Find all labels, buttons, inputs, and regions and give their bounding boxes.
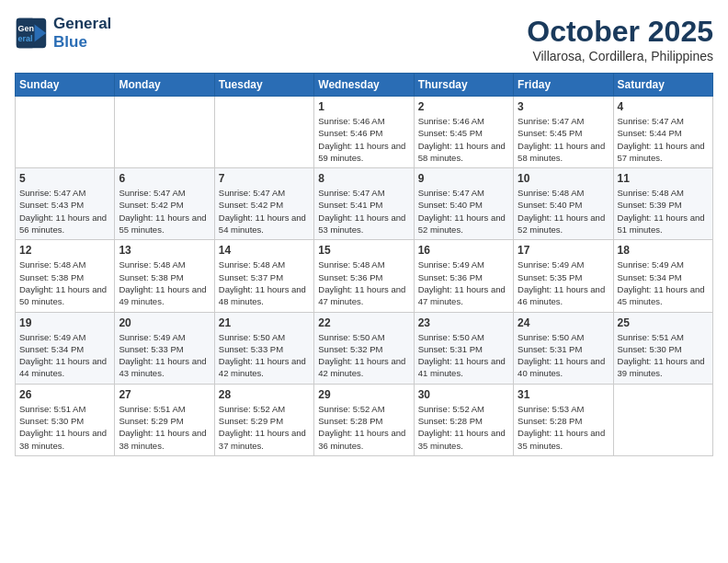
calendar-cell: 19Sunrise: 5:49 AMSunset: 5:34 PMDayligh… (16, 312, 115, 384)
day-info: Sunrise: 5:50 AMSunset: 5:33 PMDaylight:… (219, 331, 310, 380)
calendar-week-row: 12Sunrise: 5:48 AMSunset: 5:38 PMDayligh… (16, 240, 713, 312)
logo: Gen eral General Blue (15, 15, 111, 51)
day-number: 4 (618, 100, 709, 113)
day-number: 5 (19, 172, 110, 185)
day-number: 27 (119, 388, 210, 401)
day-number: 26 (19, 388, 110, 401)
calendar-cell: 23Sunrise: 5:50 AMSunset: 5:31 PMDayligh… (414, 312, 513, 384)
svg-text:Gen: Gen (18, 24, 35, 33)
day-number: 29 (318, 388, 409, 401)
day-info: Sunrise: 5:48 AMSunset: 5:37 PMDaylight:… (219, 259, 310, 307)
day-number: 14 (219, 244, 310, 257)
calendar-cell: 6Sunrise: 5:47 AMSunset: 5:42 PMDaylight… (115, 168, 214, 240)
day-info: Sunrise: 5:47 AMSunset: 5:45 PMDaylight:… (518, 115, 609, 164)
day-number: 28 (219, 388, 310, 401)
calendar-cell: 8Sunrise: 5:47 AMSunset: 5:41 PMDaylight… (314, 168, 414, 240)
calendar-cell: 9Sunrise: 5:47 AMSunset: 5:40 PMDaylight… (414, 168, 513, 240)
location-subtitle: Villarosa, Cordillera, Philippines (527, 49, 713, 63)
svg-text:eral: eral (18, 34, 33, 43)
day-info: Sunrise: 5:50 AMSunset: 5:31 PMDaylight:… (518, 331, 609, 380)
calendar-cell (115, 97, 214, 168)
day-number: 17 (518, 244, 609, 257)
day-info: Sunrise: 5:52 AMSunset: 5:28 PMDaylight:… (318, 403, 409, 452)
calendar-cell: 12Sunrise: 5:48 AMSunset: 5:38 PMDayligh… (16, 240, 115, 312)
day-number: 25 (618, 316, 709, 329)
day-number: 10 (518, 172, 609, 185)
calendar-cell: 10Sunrise: 5:48 AMSunset: 5:40 PMDayligh… (514, 168, 613, 240)
day-info: Sunrise: 5:49 AMSunset: 5:33 PMDaylight:… (119, 331, 210, 380)
calendar-cell: 29Sunrise: 5:52 AMSunset: 5:28 PMDayligh… (314, 384, 414, 455)
day-number: 21 (219, 316, 310, 329)
day-info: Sunrise: 5:48 AMSunset: 5:38 PMDaylight:… (119, 259, 210, 307)
month-title: October 2025 (527, 15, 713, 49)
calendar-header-row: SundayMondayTuesdayWednesdayThursdayFrid… (16, 74, 713, 97)
day-number: 19 (19, 316, 110, 329)
day-number: 2 (418, 100, 509, 113)
day-info: Sunrise: 5:48 AMSunset: 5:39 PMDaylight:… (618, 187, 709, 236)
day-number: 30 (418, 388, 509, 401)
calendar-week-row: 26Sunrise: 5:51 AMSunset: 5:30 PMDayligh… (16, 384, 713, 455)
day-info: Sunrise: 5:46 AMSunset: 5:46 PMDaylight:… (318, 115, 409, 164)
calendar-week-row: 5Sunrise: 5:47 AMSunset: 5:43 PMDaylight… (16, 168, 713, 240)
day-info: Sunrise: 5:47 AMSunset: 5:40 PMDaylight:… (418, 187, 509, 236)
weekday-header: Thursday (414, 74, 513, 97)
weekday-header: Tuesday (214, 74, 313, 97)
day-info: Sunrise: 5:49 AMSunset: 5:36 PMDaylight:… (418, 259, 509, 307)
day-number: 12 (19, 244, 110, 257)
calendar-cell: 31Sunrise: 5:53 AMSunset: 5:28 PMDayligh… (514, 384, 613, 455)
day-info: Sunrise: 5:50 AMSunset: 5:32 PMDaylight:… (318, 331, 409, 380)
calendar-cell: 30Sunrise: 5:52 AMSunset: 5:28 PMDayligh… (414, 384, 513, 455)
day-number: 8 (318, 172, 409, 185)
day-info: Sunrise: 5:52 AMSunset: 5:29 PMDaylight:… (219, 403, 310, 452)
calendar-cell: 5Sunrise: 5:47 AMSunset: 5:43 PMDaylight… (16, 168, 115, 240)
day-number: 23 (418, 316, 509, 329)
calendar-cell: 27Sunrise: 5:51 AMSunset: 5:29 PMDayligh… (115, 384, 214, 455)
day-info: Sunrise: 5:46 AMSunset: 5:45 PMDaylight:… (418, 115, 509, 164)
day-info: Sunrise: 5:50 AMSunset: 5:31 PMDaylight:… (418, 331, 509, 380)
logo-text-line2: Blue (53, 33, 111, 52)
weekday-header: Saturday (613, 74, 712, 97)
day-number: 9 (418, 172, 509, 185)
day-number: 16 (418, 244, 509, 257)
day-info: Sunrise: 5:47 AMSunset: 5:43 PMDaylight:… (19, 187, 110, 236)
calendar-cell: 4Sunrise: 5:47 AMSunset: 5:44 PMDaylight… (613, 97, 712, 168)
calendar-cell: 1Sunrise: 5:46 AMSunset: 5:46 PMDaylight… (314, 97, 414, 168)
calendar-cell: 16Sunrise: 5:49 AMSunset: 5:36 PMDayligh… (414, 240, 513, 312)
day-info: Sunrise: 5:47 AMSunset: 5:42 PMDaylight:… (219, 187, 310, 236)
day-info: Sunrise: 5:47 AMSunset: 5:41 PMDaylight:… (318, 187, 409, 236)
calendar-cell: 18Sunrise: 5:49 AMSunset: 5:34 PMDayligh… (613, 240, 712, 312)
calendar-week-row: 1Sunrise: 5:46 AMSunset: 5:46 PMDaylight… (16, 97, 713, 168)
calendar-cell: 15Sunrise: 5:48 AMSunset: 5:36 PMDayligh… (314, 240, 414, 312)
calendar-cell: 26Sunrise: 5:51 AMSunset: 5:30 PMDayligh… (16, 384, 115, 455)
day-info: Sunrise: 5:51 AMSunset: 5:30 PMDaylight:… (618, 331, 709, 380)
day-info: Sunrise: 5:48 AMSunset: 5:40 PMDaylight:… (518, 187, 609, 236)
day-info: Sunrise: 5:47 AMSunset: 5:42 PMDaylight:… (119, 187, 210, 236)
calendar-cell: 20Sunrise: 5:49 AMSunset: 5:33 PMDayligh… (115, 312, 214, 384)
calendar-cell (613, 384, 712, 455)
weekday-header: Sunday (16, 74, 115, 97)
calendar-cell: 7Sunrise: 5:47 AMSunset: 5:42 PMDaylight… (214, 168, 313, 240)
calendar-table: SundayMondayTuesdayWednesdayThursdayFrid… (15, 73, 713, 456)
day-info: Sunrise: 5:48 AMSunset: 5:38 PMDaylight:… (19, 259, 110, 307)
calendar-cell: 13Sunrise: 5:48 AMSunset: 5:38 PMDayligh… (115, 240, 214, 312)
day-number: 15 (318, 244, 409, 257)
day-info: Sunrise: 5:52 AMSunset: 5:28 PMDaylight:… (418, 403, 509, 452)
weekday-header: Friday (514, 74, 613, 97)
day-info: Sunrise: 5:49 AMSunset: 5:34 PMDaylight:… (19, 331, 110, 380)
day-info: Sunrise: 5:53 AMSunset: 5:28 PMDaylight:… (518, 403, 609, 452)
day-info: Sunrise: 5:51 AMSunset: 5:29 PMDaylight:… (119, 403, 210, 452)
calendar-cell: 3Sunrise: 5:47 AMSunset: 5:45 PMDaylight… (514, 97, 613, 168)
logo-icon: Gen eral (15, 17, 48, 50)
logo-text-line1: General (53, 15, 111, 33)
calendar-cell: 14Sunrise: 5:48 AMSunset: 5:37 PMDayligh… (214, 240, 313, 312)
weekday-header: Monday (115, 74, 214, 97)
calendar-cell: 17Sunrise: 5:49 AMSunset: 5:35 PMDayligh… (514, 240, 613, 312)
day-number: 11 (618, 172, 709, 185)
calendar-cell (214, 97, 313, 168)
day-info: Sunrise: 5:47 AMSunset: 5:44 PMDaylight:… (618, 115, 709, 164)
day-number: 24 (518, 316, 609, 329)
day-number: 1 (318, 100, 409, 113)
day-number: 18 (618, 244, 709, 257)
calendar-cell (16, 97, 115, 168)
title-block: October 2025 Villarosa, Cordillera, Phil… (527, 15, 713, 63)
